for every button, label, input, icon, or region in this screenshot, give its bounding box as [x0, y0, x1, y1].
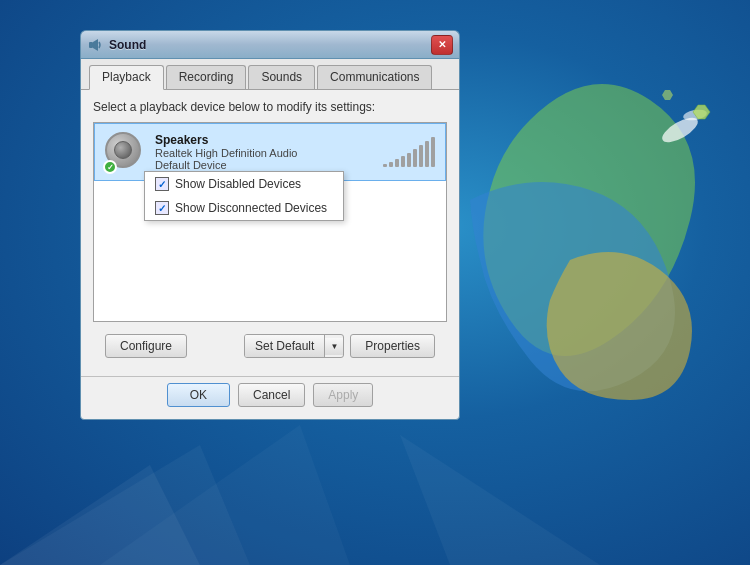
svg-marker-5 — [93, 39, 98, 51]
ok-cancel-row: OK Cancel Apply — [81, 376, 459, 411]
context-item-show-disabled[interactable]: ✓ Show Disabled Devices — [145, 172, 343, 196]
windows-logo — [450, 40, 730, 403]
svg-rect-4 — [89, 42, 93, 48]
properties-button[interactable]: Properties — [350, 334, 435, 358]
svg-marker-3 — [662, 90, 673, 100]
vol-bar-5 — [407, 153, 411, 167]
context-item-label: Show Disabled Devices — [175, 177, 301, 191]
device-description: Realtek High Definition Audio — [155, 147, 373, 159]
volume-indicator — [383, 137, 435, 167]
check-show-disabled: ✓ — [155, 177, 169, 191]
vol-bar-9 — [431, 137, 435, 167]
tab-recording[interactable]: Recording — [166, 65, 247, 89]
ok-button[interactable]: OK — [167, 383, 230, 407]
tab-bar: Playback Recording Sounds Communications — [81, 59, 459, 90]
close-button[interactable]: ✕ — [431, 35, 453, 55]
desktop: Sound ✕ Playback Recording Sounds Com — [0, 0, 750, 565]
right-buttons: Set Default ▼ Properties — [244, 334, 435, 358]
set-default-arrow-icon[interactable]: ▼ — [325, 338, 343, 355]
check-show-disconnected: ✓ — [155, 201, 169, 215]
title-bar: Sound ✕ — [80, 30, 460, 58]
vol-bar-8 — [425, 141, 429, 167]
set-default-button[interactable]: Set Default ▼ — [244, 334, 344, 358]
device-list[interactable]: ✓ Speakers Realtek High Definition Audio… — [93, 122, 447, 322]
tab-communications[interactable]: Communications — [317, 65, 432, 89]
device-icon: ✓ — [105, 132, 145, 172]
vol-bar-4 — [401, 156, 405, 167]
context-item-show-disconnected[interactable]: ✓ Show Disconnected Devices — [145, 196, 343, 220]
dialog-body: Playback Recording Sounds Communications… — [80, 58, 460, 420]
apply-button[interactable]: Apply — [313, 383, 373, 407]
tab-content: Select a playback device below to modify… — [81, 90, 459, 372]
device-name: Speakers — [155, 133, 373, 147]
set-default-label: Set Default — [245, 335, 325, 357]
cancel-button[interactable]: Cancel — [238, 383, 305, 407]
default-check-icon: ✓ — [103, 160, 117, 174]
title-controls: ✕ — [431, 35, 453, 55]
window-title: Sound — [109, 38, 146, 52]
instruction-label: Select a playback device below to modify… — [93, 100, 447, 114]
device-button-row: Configure Set Default ▼ Properties — [93, 330, 447, 362]
device-status: Default Device — [155, 159, 373, 171]
context-item-label: Show Disconnected Devices — [175, 201, 327, 215]
device-info: Speakers Realtek High Definition Audio D… — [155, 133, 373, 171]
speaker-inner — [114, 141, 132, 159]
tab-playback[interactable]: Playback — [89, 65, 164, 90]
title-speaker-icon — [87, 37, 103, 53]
vol-bar-3 — [395, 159, 399, 167]
context-menu: ✓ Show Disabled Devices ✓ Show Disconnec… — [144, 171, 344, 221]
vol-bar-7 — [419, 145, 423, 167]
vol-bar-1 — [383, 164, 387, 167]
tab-sounds[interactable]: Sounds — [248, 65, 315, 89]
vol-bar-6 — [413, 149, 417, 167]
vol-bar-2 — [389, 162, 393, 167]
sound-dialog: Sound ✕ Playback Recording Sounds Com — [80, 30, 460, 420]
configure-button[interactable]: Configure — [105, 334, 187, 358]
